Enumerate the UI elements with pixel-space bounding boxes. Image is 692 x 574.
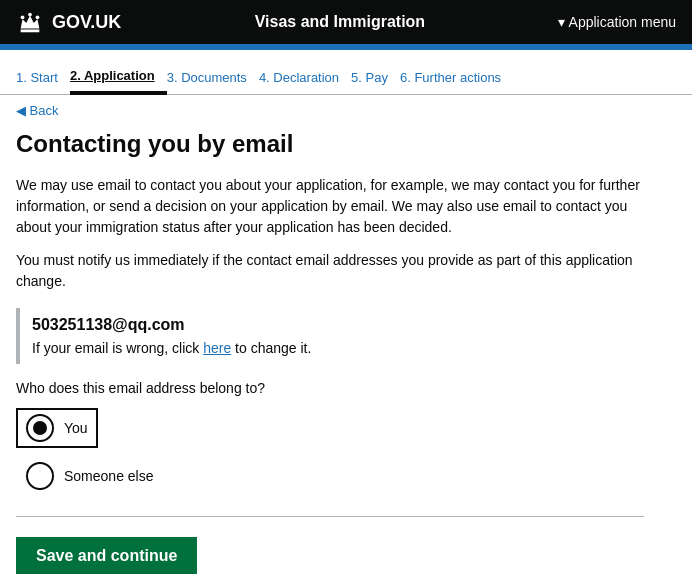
radio-label-someone-else: Someone else (64, 468, 154, 484)
change-text-before: If your email is wrong, click (32, 340, 203, 356)
svg-rect-0 (21, 29, 40, 32)
progress-nav: 1. Start 2. Application 3. Documents 4. … (0, 50, 692, 95)
radio-circle-you (26, 414, 54, 442)
nav-step-start[interactable]: 1. Start (16, 62, 70, 93)
email-belongs-to-radio-group: You Someone else (16, 408, 644, 496)
application-menu-button[interactable]: ▾ Application menu (558, 14, 676, 30)
change-text-after: to change it. (231, 340, 311, 356)
body-paragraph-1: We may use email to contact you about yo… (16, 175, 644, 238)
nav-step-pay[interactable]: 5. Pay (351, 62, 400, 93)
site-header: GOV.UK Visas and Immigration ▾ Applicati… (0, 0, 692, 44)
nav-step-further-actions[interactable]: 6. Further actions (400, 62, 513, 93)
nav-step-application[interactable]: 2. Application (70, 60, 167, 95)
radio-option-you[interactable]: You (16, 408, 98, 448)
email-address-display: 503251138@qq.com (32, 316, 632, 334)
crown-icon (16, 8, 44, 36)
section-divider (16, 516, 644, 517)
svg-point-3 (36, 15, 40, 19)
save-and-continue-button[interactable]: Save and continue (16, 537, 197, 574)
change-email-link[interactable]: here (203, 340, 231, 356)
svg-point-1 (21, 15, 25, 19)
radio-option-someone-else[interactable]: Someone else (16, 456, 164, 496)
main-content: Contacting you by email We may use email… (0, 126, 660, 574)
svg-point-2 (28, 13, 32, 17)
back-link-container: ◀ Back (0, 95, 692, 126)
logo-text: GOV.UK (52, 12, 121, 33)
gov-uk-logo: GOV.UK (16, 8, 121, 36)
back-link[interactable]: ◀ Back (16, 103, 676, 118)
page-title: Contacting you by email (16, 130, 644, 159)
radio-label-you: You (64, 420, 88, 436)
nav-step-declaration[interactable]: 4. Declaration (259, 62, 351, 93)
body-paragraph-2: You must notify us immediately if the co… (16, 250, 644, 292)
email-info-block: 503251138@qq.com If your email is wrong,… (16, 308, 644, 364)
change-email-text: If your email is wrong, click here to ch… (32, 340, 632, 356)
radio-circle-someone-else (26, 462, 54, 490)
radio-question-label: Who does this email address belong to? (16, 380, 644, 396)
nav-step-documents[interactable]: 3. Documents (167, 62, 259, 93)
site-title: Visas and Immigration (255, 13, 425, 31)
